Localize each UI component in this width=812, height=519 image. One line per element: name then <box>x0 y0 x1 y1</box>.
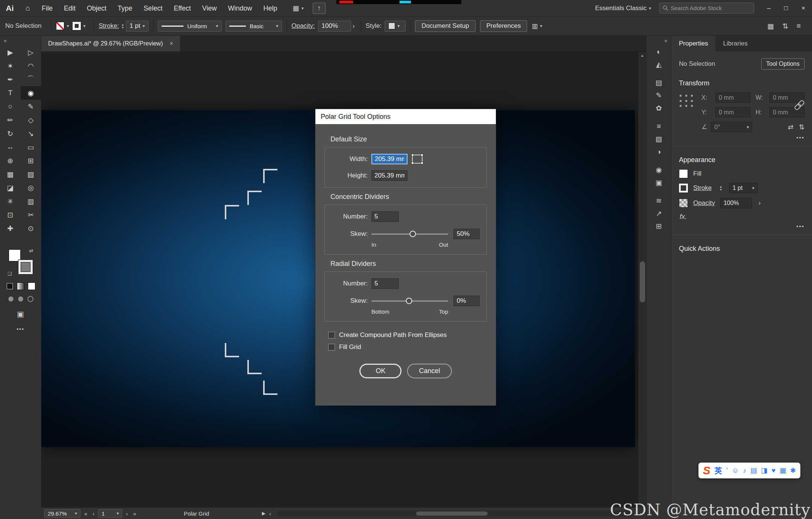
none-mode-button[interactable] <box>28 282 35 290</box>
artboard-tool[interactable]: ⊡ <box>0 208 21 222</box>
brushes-icon[interactable]: ✎ <box>647 89 671 102</box>
symbol-sprayer-tool[interactable]: ✳ <box>0 194 21 208</box>
transform-more-options-icon[interactable]: ••• <box>679 134 804 141</box>
align-options-control[interactable]: ▥ ▾ <box>532 22 542 30</box>
menu-object[interactable]: Object <box>81 0 112 17</box>
menu-window[interactable]: Window <box>223 0 258 17</box>
stroke-weight-stepper[interactable]: ▴ ▾ <box>122 23 124 29</box>
search-input[interactable] <box>671 5 751 11</box>
stroke-weight-stepper[interactable]: ▴ ▾ <box>720 185 722 191</box>
graphic-styles-icon[interactable]: ▣ <box>647 176 671 189</box>
width-tool[interactable]: ↔ <box>0 140 21 154</box>
control-menu-icon[interactable]: ≡ <box>797 22 801 30</box>
first-artboard-icon[interactable]: « <box>83 510 89 517</box>
concentric-skew-slider[interactable] <box>371 234 448 235</box>
polar-grid-tool[interactable]: ◉ <box>21 86 41 100</box>
next-artboard-icon[interactable]: › <box>124 510 129 517</box>
tab-libraries[interactable]: Libraries <box>715 36 755 52</box>
brush-dropdown[interactable]: Basic ▾ <box>226 21 282 32</box>
gradient-icon[interactable]: ▨ <box>647 133 671 146</box>
lasso-tool[interactable]: ◠ <box>21 59 41 73</box>
ime-emoji-icon[interactable]: ☺ <box>732 467 739 475</box>
magic-wand-tool[interactable]: ✶ <box>0 59 21 73</box>
ime-toolbox-icon[interactable]: ▦ <box>780 466 786 475</box>
style-dropdown[interactable]: ▾ <box>385 21 406 32</box>
stroke-weight-dropdown[interactable]: 1 pt ▾ <box>729 183 758 193</box>
radial-skew-knob[interactable] <box>406 298 412 304</box>
stroke-weight-field[interactable]: 1 pt ▾ <box>126 21 148 32</box>
width-profile-dropdown[interactable]: Uniform ▾ <box>158 21 222 32</box>
ime-punctuation-icon[interactable]: ’ <box>726 467 728 475</box>
close-button[interactable]: × <box>795 0 812 17</box>
artboards-icon[interactable]: ⊞ <box>647 220 671 233</box>
column-graph-tool[interactable]: ▥ <box>21 194 41 208</box>
color-icon[interactable]: ◐ <box>647 46 671 58</box>
menu-help[interactable]: Help <box>258 0 283 17</box>
layers-icon[interactable]: ≋ <box>647 194 671 207</box>
ime-translate-icon[interactable]: ◨ <box>761 466 767 475</box>
app-logo[interactable]: Ai <box>0 4 20 13</box>
concentric-skew-knob[interactable] <box>410 231 416 237</box>
dialog-title-bar[interactable]: Polar Grid Tool Options <box>315 109 496 124</box>
transparency-icon[interactable]: ◑ <box>647 146 671 158</box>
expand-panels-icon[interactable]: « <box>647 36 671 46</box>
zoom-dropdown[interactable]: 29.67% ▾ <box>44 509 80 518</box>
minimize-button[interactable]: – <box>760 0 777 17</box>
horizontal-scrollbar[interactable] <box>277 511 634 516</box>
pencil-tool[interactable]: ✏ <box>0 113 21 127</box>
ok-button[interactable]: OK <box>359 364 401 378</box>
stroke-color-control[interactable]: ▾ <box>73 22 85 30</box>
home-icon[interactable]: ⌂ <box>20 4 36 12</box>
link-dimensions-icon[interactable] <box>794 99 804 110</box>
fill-swatch[interactable] <box>679 169 688 178</box>
swatches-icon[interactable]: ▤ <box>647 76 671 89</box>
menu-type[interactable]: Type <box>112 0 138 17</box>
zoom-tool[interactable]: ⊙ <box>21 222 41 235</box>
radial-skew-value[interactable]: 0% <box>453 296 480 306</box>
slice-tool[interactable]: ✂ <box>21 208 41 222</box>
stroke-swatch[interactable] <box>679 184 688 193</box>
menu-effect[interactable]: Effect <box>168 0 197 17</box>
arrange-documents-button[interactable]: ▦ ▾ <box>293 4 304 12</box>
direct-selection-tool[interactable]: ▷ <box>21 46 41 59</box>
last-artboard-icon[interactable]: » <box>132 510 138 517</box>
opacity-panel-link[interactable]: Opacity <box>693 199 715 207</box>
tool-options-button[interactable]: Tool Options <box>761 58 804 70</box>
scroll-left-icon[interactable]: ‹ <box>268 510 273 517</box>
screen-mode-icon[interactable]: ▣ <box>0 310 41 319</box>
tab-properties[interactable]: Properties <box>671 36 715 52</box>
y-field[interactable] <box>715 107 750 117</box>
swap-fill-stroke-icon[interactable]: ⇄ <box>29 248 33 253</box>
stroke-panel-link[interactable]: Stroke: <box>98 22 119 30</box>
stroke-proxy-swatch[interactable] <box>18 260 33 274</box>
type-tool[interactable]: T <box>0 86 21 100</box>
rotate-tool[interactable]: ↻ <box>0 127 21 140</box>
fill-grid-checkbox[interactable] <box>328 344 335 351</box>
hand-tool[interactable]: ✚ <box>0 222 21 235</box>
workspace-switcher[interactable]: Essentials Classic ▾ <box>595 5 651 12</box>
artboard-number-field[interactable]: 1 ▾ <box>98 509 122 518</box>
reference-point-icon[interactable] <box>412 155 423 164</box>
color-mode-button[interactable] <box>6 282 14 290</box>
flip-vertical-icon[interactable]: ⇅ <box>799 123 804 131</box>
free-transform-tool[interactable]: ▭ <box>21 140 41 154</box>
ime-settings-icon[interactable]: ✱ <box>790 466 796 475</box>
preferences-button[interactable]: Preferences <box>480 20 527 32</box>
scale-tool[interactable]: ↘ <box>21 127 41 140</box>
gradient-mode-button[interactable] <box>17 282 24 290</box>
previous-artboard-icon[interactable]: ‹ <box>91 510 96 517</box>
ime-logo[interactable]: S <box>703 465 710 476</box>
collapse-tools-icon[interactable]: « <box>0 36 41 46</box>
stroke-icon[interactable]: ≡ <box>647 120 671 133</box>
draw-normal-icon[interactable] <box>8 296 14 302</box>
paintbrush-tool[interactable]: ✎ <box>21 100 41 113</box>
menu-file[interactable]: File <box>36 0 58 17</box>
status-display[interactable]: Polar Grid <box>140 510 253 517</box>
vertical-scrollbar[interactable]: ▲ <box>638 52 646 507</box>
x-field[interactable] <box>715 93 750 103</box>
menu-select[interactable]: Select <box>138 0 168 17</box>
opacity-dropdown[interactable]: 100% <box>720 198 752 208</box>
stroke-panel-link[interactable]: Stroke <box>693 184 712 192</box>
blend-tool[interactable]: ◎ <box>21 181 41 194</box>
appearance-icon[interactable]: ◉ <box>647 164 671 176</box>
